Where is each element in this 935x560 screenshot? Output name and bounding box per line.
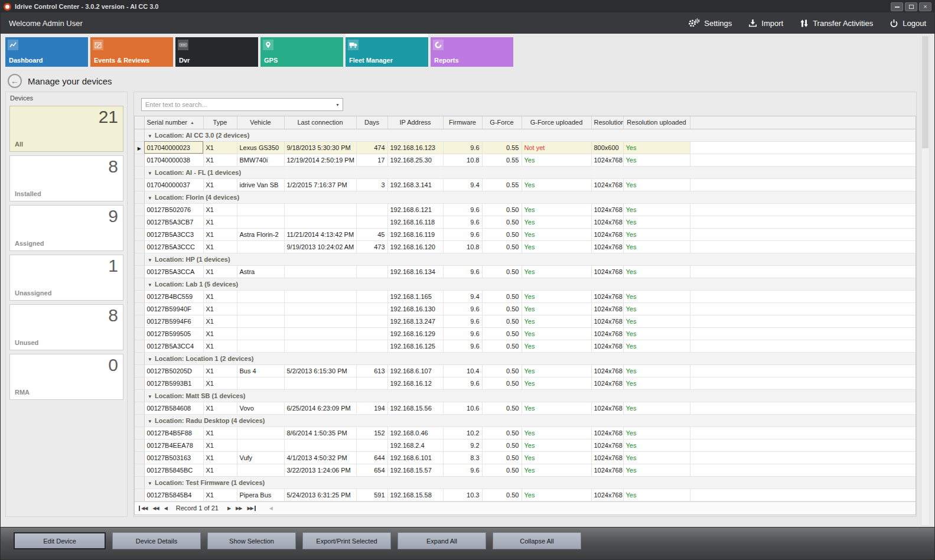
close-button[interactable]: × [919, 2, 931, 11]
cell-last-connection[interactable]: 6/25/2014 6:23:09 PM [284, 402, 356, 414]
cell-g-force-uploaded[interactable]: Not yet [522, 141, 591, 154]
tab-reports[interactable]: Reports [431, 37, 513, 67]
cell-ip-address[interactable]: 192.168.15.56 [387, 402, 443, 414]
cell-ip-address[interactable]: 192.168.15.57 [387, 464, 443, 476]
cell-g-force[interactable]: 0.50 [482, 377, 522, 389]
cell-vehicle[interactable] [237, 315, 284, 327]
cell-last-connection[interactable] [284, 216, 356, 228]
cell-days[interactable] [356, 290, 387, 302]
cell-days[interactable]: 613 [356, 364, 387, 377]
cell-resolution-uploaded[interactable]: Yes [623, 178, 690, 191]
cell-firmware[interactable]: 9.6 [443, 228, 482, 240]
cell-ip-address[interactable]: 192.168.6.101 [387, 451, 443, 464]
cell-resolution[interactable]: 1024x768 [591, 315, 623, 327]
scroll-left-button[interactable]: ◀ [269, 506, 272, 511]
cell-resolution-uploaded[interactable]: Yes [623, 228, 690, 240]
expand-all-button[interactable]: Expand All [398, 532, 486, 549]
cell-resolution-uploaded[interactable]: Yes [623, 464, 690, 476]
row-indicator[interactable] [135, 377, 144, 389]
column-header-ip-address[interactable]: IP Address [387, 116, 443, 129]
cell-firmware[interactable]: 9.4 [443, 178, 482, 191]
cell-type[interactable]: X1 [203, 315, 237, 327]
cell-type[interactable]: X1 [203, 402, 237, 414]
row-indicator[interactable] [135, 315, 144, 327]
cell-g-force-uploaded[interactable]: Yes [522, 203, 591, 216]
cell-last-connection[interactable]: 8/6/2014 1:50:35 PM [284, 426, 356, 439]
edit-device-button[interactable]: Edit Device [14, 532, 106, 549]
previous-page-button[interactable]: ◀◀ [152, 506, 158, 511]
cell-vehicle[interactable]: Pipera Bus [237, 489, 284, 501]
column-header-g-force-uploaded[interactable]: G-Force uploaded [522, 116, 591, 129]
cell-g-force[interactable]: 0.50 [482, 265, 522, 278]
cell-resolution-uploaded[interactable]: Yes [623, 302, 690, 315]
cell-resolution-uploaded[interactable]: Yes [623, 290, 690, 302]
cell-ip-address[interactable]: 192.168.0.46 [387, 426, 443, 439]
row-indicator[interactable] [135, 426, 144, 439]
cell-last-connection[interactable]: 3/22/2013 1:24:06 PM [284, 464, 356, 476]
cell-last-connection[interactable] [284, 439, 356, 451]
tab-dvr[interactable]: Dvr [175, 37, 258, 67]
cell-days[interactable]: 654 [356, 464, 387, 476]
cell-g-force-uploaded[interactable]: Yes [522, 377, 591, 389]
cell-vehicle[interactable] [237, 203, 284, 216]
cell-resolution-uploaded[interactable]: Yes [623, 240, 690, 253]
minimize-button[interactable] [891, 2, 903, 11]
cell-g-force[interactable]: 0.50 [482, 464, 522, 476]
cell-resolution[interactable]: 1024x768 [591, 340, 623, 352]
cell-last-connection[interactable]: 9/18/2013 5:30:30 PM [284, 141, 356, 154]
cell-firmware[interactable]: 9.6 [443, 265, 482, 278]
cell-g-force-uploaded[interactable]: Yes [522, 489, 591, 501]
cell-g-force[interactable]: 0.55 [482, 178, 522, 191]
cell-last-connection[interactable]: 12/19/2014 2:50:19 PM [284, 154, 356, 166]
next-record-button[interactable]: ▶ [227, 506, 230, 511]
cell-ip-address[interactable]: 192.168.16.119 [387, 228, 443, 240]
cell-serial-number[interactable]: 00127B584608 [144, 402, 203, 414]
cell-days[interactable] [356, 265, 387, 278]
cell-serial-number[interactable]: 00127B4B5F88 [144, 426, 203, 439]
cell-days[interactable] [356, 377, 387, 389]
cell-g-force[interactable]: 0.50 [482, 216, 522, 228]
cell-resolution[interactable]: 1024x768 [591, 402, 623, 414]
cell-firmware[interactable]: 9.6 [443, 340, 482, 352]
cell-type[interactable]: X1 [203, 178, 237, 191]
row-indicator[interactable] [135, 203, 144, 216]
cell-last-connection[interactable] [284, 377, 356, 389]
cell-g-force-uploaded[interactable]: Yes [522, 302, 591, 315]
cell-last-connection[interactable]: 5/2/2013 6:15:30 PM [284, 364, 356, 377]
cell-g-force[interactable]: 0.50 [482, 402, 522, 414]
cell-days[interactable]: 3 [356, 178, 387, 191]
cell-resolution-uploaded[interactable]: Yes [623, 451, 690, 464]
cell-g-force-uploaded[interactable]: Yes [522, 178, 591, 191]
cell-resolution-uploaded[interactable]: Yes [623, 364, 690, 377]
cell-g-force[interactable]: 0.50 [482, 327, 522, 340]
cell-days[interactable]: 473 [356, 240, 387, 253]
cell-vehicle[interactable] [237, 464, 284, 476]
cell-ip-address[interactable]: 192.168.6.107 [387, 364, 443, 377]
cell-last-connection[interactable] [284, 340, 356, 352]
cell-firmware[interactable]: 10.8 [443, 154, 482, 166]
cell-resolution[interactable]: 1024x768 [591, 464, 623, 476]
row-indicator[interactable] [135, 216, 144, 228]
cell-last-connection[interactable] [284, 302, 356, 315]
cell-days[interactable] [356, 327, 387, 340]
cell-ip-address[interactable]: 192.168.16.123 [387, 141, 443, 154]
transfer-activities-button[interactable]: Transfer Activities [800, 19, 873, 28]
cell-days[interactable]: 45 [356, 228, 387, 240]
cell-firmware[interactable]: 9.6 [443, 377, 482, 389]
cell-ip-address[interactable]: 192.168.16.118 [387, 216, 443, 228]
cell-firmware[interactable]: 9.2 [443, 439, 482, 451]
cell-firmware[interactable]: 10.6 [443, 402, 482, 414]
settings-button[interactable]: Settings [688, 18, 732, 28]
cell-firmware[interactable]: 8.3 [443, 451, 482, 464]
row-indicator[interactable] [135, 228, 144, 240]
cell-g-force-uploaded[interactable]: Yes [522, 451, 591, 464]
cell-type[interactable]: X1 [203, 203, 237, 216]
cell-days[interactable]: 474 [356, 141, 387, 154]
cell-resolution-uploaded[interactable]: Yes [623, 489, 690, 501]
cell-resolution[interactable]: 1024x768 [591, 290, 623, 302]
cell-vehicle[interactable]: Astra [237, 265, 284, 278]
cell-ip-address[interactable]: 192.168.16.120 [387, 240, 443, 253]
cell-resolution[interactable]: 800x600 [591, 141, 623, 154]
cell-resolution-uploaded[interactable]: Yes [623, 327, 690, 340]
cell-vehicle[interactable] [237, 216, 284, 228]
